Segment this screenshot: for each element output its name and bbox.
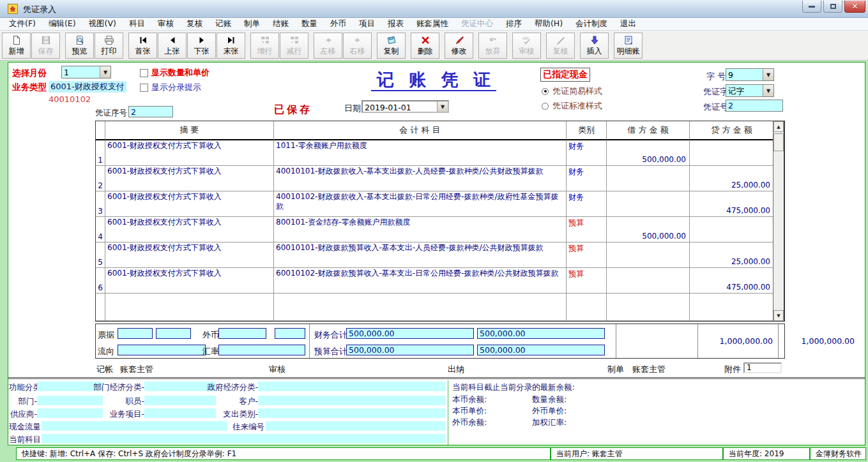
chevron-down-icon[interactable]: ▼ <box>100 66 110 78</box>
menu-item[interactable]: 凭证中心 <box>455 19 499 29</box>
debit-cell[interactable] <box>607 268 690 294</box>
voucher-row[interactable]: 46001-财政授权支付方式下算收入800101-资金结存-零余额账户用款额度预… <box>96 217 784 242</box>
debit-cell[interactable]: 500,000.00 <box>607 217 690 242</box>
menu-item[interactable]: 项目 <box>353 19 381 29</box>
current-subject-field[interactable] <box>42 434 446 443</box>
voucher-no-input[interactable]: 2 <box>726 100 783 112</box>
customer-field[interactable] <box>258 396 446 405</box>
menu-item[interactable]: 编辑(E) <box>42 19 82 29</box>
category-cell[interactable]: 财务 <box>567 140 607 166</box>
debit-cell[interactable] <box>607 191 690 217</box>
toolbar-button-modify[interactable]: 修改 <box>445 33 473 59</box>
month-select[interactable]: 1 ▼ <box>61 66 111 78</box>
menu-item[interactable]: 文件(F) <box>3 19 42 29</box>
toolbar-button-prev-page[interactable]: 上张 <box>158 33 187 59</box>
date-select[interactable]: 2019-01-01 ▼ <box>362 100 449 113</box>
summary-cell[interactable]: 6001-财政授权支付方式下算收入 <box>105 242 274 268</box>
summary-cell[interactable]: 6001-财政授权支付方式下算收入 <box>105 166 274 191</box>
toolbar-button-new-doc[interactable]: 新增 <box>2 33 31 59</box>
scroll-up-icon[interactable]: ▲ <box>773 121 784 132</box>
credit-cell[interactable] <box>690 294 774 321</box>
scroll-down-icon[interactable]: ▼ <box>773 310 784 321</box>
bill-field-2[interactable] <box>156 328 191 339</box>
toolbar-button-detail-ledger[interactable]: 明细账 <box>614 33 643 59</box>
account-cell[interactable]: 60010102-财政拨款预算收入-基本支出-日常公用经费-拨款种类/公共财政预… <box>274 268 567 294</box>
menu-item[interactable]: 审核 <box>151 19 180 29</box>
show-entry-tip-checkbox[interactable]: 显示分录提示 <box>140 82 201 93</box>
account-cell[interactable] <box>274 294 567 321</box>
flow-field[interactable] <box>118 345 206 355</box>
row-number[interactable]: 5 <box>96 242 105 268</box>
cash-flow-field[interactable] <box>42 421 227 431</box>
voucher-row[interactable]: 36001-财政授权支付方式下算收入40010102-财政拨款收入-基本支出拨款… <box>96 191 784 217</box>
menu-item[interactable]: 记账 <box>209 19 238 29</box>
account-cell[interactable]: 1011-零余额账户用款额度 <box>274 140 567 166</box>
summary-cell[interactable]: 6001-财政授权支付方式下算收入 <box>105 268 274 294</box>
contact-no-field[interactable] <box>266 421 446 431</box>
rate-field[interactable] <box>218 345 305 355</box>
voucher-row[interactable]: 56001-财政授权支付方式下算收入60010101-财政拨款预算收入-基本支出… <box>96 242 784 268</box>
category-cell[interactable] <box>567 294 607 321</box>
menu-item[interactable]: 退出 <box>614 19 643 29</box>
summary-cell[interactable] <box>105 294 274 321</box>
account-cell[interactable]: 40010101-财政拨款收入-基本支出拨款-人员经费-拨款种类/公共财政预算拨… <box>274 166 567 191</box>
category-cell[interactable]: 预算 <box>567 268 607 294</box>
table-scrollbar[interactable]: ▲ ▼ <box>773 121 784 322</box>
fc-field-2[interactable] <box>275 328 305 339</box>
voucher-row[interactable]: 26001-财政授权支付方式下算收入40010101-财政拨款收入-基本支出拨款… <box>96 166 784 191</box>
voucher-row[interactable]: 16001-财政授权支付方式下算收入1011-零余额账户用款额度财务500,00… <box>96 140 784 166</box>
style-simple-radio[interactable]: 凭证简易样式 <box>542 86 602 97</box>
toolbar-button-last-page[interactable]: 末张 <box>217 33 245 59</box>
restore-button[interactable] <box>823 1 842 13</box>
bill-field-1[interactable] <box>118 328 153 339</box>
toolbar-button-next-page[interactable]: 下张 <box>187 33 216 59</box>
summary-cell[interactable]: 6001-财政授权支付方式下算收入 <box>105 140 274 166</box>
gov-econ-class-field[interactable] <box>258 382 446 391</box>
toolbar-button-copy[interactable]: 复制 <box>377 33 406 59</box>
summary-cell[interactable]: 6001-财政授权支付方式下算收入 <box>105 217 274 242</box>
menu-item[interactable]: 数量 <box>295 19 324 29</box>
menu-item[interactable]: 视图(V) <box>82 19 123 29</box>
debit-cell[interactable] <box>607 294 690 321</box>
row-number[interactable]: 2 <box>96 166 105 191</box>
debit-cell[interactable] <box>607 242 690 268</box>
category-cell[interactable]: 财务 <box>567 191 607 217</box>
font-size-select[interactable]: 9 ▼ <box>726 68 774 81</box>
row-number[interactable]: 1 <box>96 140 105 166</box>
chevron-down-icon[interactable]: ▼ <box>763 85 773 96</box>
toolbar-button-printer[interactable]: 打印 <box>95 33 123 59</box>
menu-item[interactable]: 排序 <box>499 19 528 29</box>
voucher-word-select[interactable]: 记字 ▼ <box>726 84 774 97</box>
account-cell[interactable]: 40010102-财政拨款收入-基本支出拨款-日常公用经费-拨款种类/政府性基金… <box>274 191 567 217</box>
category-cell[interactable]: 预算 <box>567 242 607 268</box>
serial-input[interactable]: 2 <box>128 106 173 117</box>
toolbar-button-first-page[interactable]: 首张 <box>128 33 157 59</box>
chevron-down-icon[interactable]: ▼ <box>763 69 773 80</box>
row-number[interactable]: 4 <box>96 217 105 242</box>
close-button[interactable]: ✕ <box>844 1 865 13</box>
menu-item[interactable]: 科目 <box>123 19 151 29</box>
debit-cell[interactable]: 500,000.00 <box>607 140 690 166</box>
toolbar-button-delete[interactable]: 删除 <box>411 33 439 59</box>
credit-cell[interactable]: 475,000.00 <box>690 268 774 294</box>
category-cell[interactable]: 财务 <box>567 166 607 191</box>
account-cell[interactable]: 800101-资金结存-零余额账户用款额度 <box>274 217 567 242</box>
credit-cell[interactable]: 475,000.00 <box>690 191 774 217</box>
chevron-down-icon[interactable]: ▼ <box>437 101 448 112</box>
fc-field-1[interactable] <box>218 328 266 339</box>
voucher-row[interactable] <box>96 294 784 321</box>
summary-cell[interactable]: 6001-财政授权支付方式下算收入 <box>105 191 274 217</box>
debit-cell[interactable] <box>607 166 690 191</box>
credit-cell[interactable] <box>690 140 774 166</box>
menu-item[interactable]: 复核 <box>180 19 209 29</box>
voucher-row[interactable]: 66001-财政授权支付方式下算收入60010102-财政拨款预算收入-基本支出… <box>96 268 784 294</box>
credit-cell[interactable]: 25,000.00 <box>690 242 774 268</box>
menu-item[interactable]: 外币 <box>324 19 353 29</box>
menu-item[interactable]: 结账 <box>266 19 295 29</box>
row-number[interactable] <box>96 294 105 321</box>
attachment-input[interactable]: 1 <box>743 362 782 373</box>
credit-cell[interactable] <box>690 217 774 242</box>
show-qty-price-checkbox[interactable]: 显示数量和单价 <box>140 67 209 78</box>
toolbar-button-insert[interactable]: 插入 <box>580 33 609 59</box>
biz-type-value[interactable]: 6001-财政授权支付 <box>49 81 126 93</box>
